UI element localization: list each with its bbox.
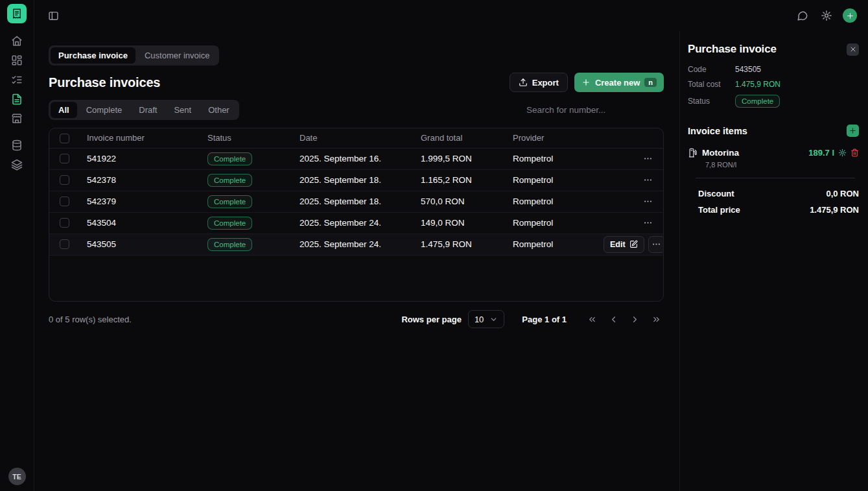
ellipsis-icon (643, 197, 653, 206)
filter-sent[interactable]: Sent (166, 102, 199, 118)
cell-grand-total: 570,0 RON (414, 191, 506, 212)
status-badge: Complete (735, 95, 780, 108)
pager-buttons (584, 311, 664, 327)
table-row[interactable]: 543505 Complete 2025. September 24. 1.47… (49, 234, 663, 255)
previous-page-button[interactable] (605, 311, 621, 327)
invoice-type-tabs: Purchase invoice Customer invoice (49, 45, 219, 66)
field-label-status: Status (688, 97, 735, 106)
field-value-total-cost: 1.475,9 RON (735, 80, 859, 89)
panel-toggle-icon (48, 10, 59, 21)
row-checkbox[interactable] (60, 197, 69, 206)
cell-date: 2025. September 24. (293, 234, 414, 255)
row-checkbox[interactable] (60, 218, 69, 228)
field-label-total-cost: Total cost (688, 80, 735, 89)
discount-label: Discount (698, 189, 734, 198)
search-input[interactable] (526, 105, 664, 115)
row-actions-button[interactable] (648, 236, 663, 253)
sidebar-item-stacks[interactable] (5, 155, 29, 174)
content-area: Purchase invoice Customer invoice Purcha… (34, 0, 868, 491)
cell-date: 2025. September 24. (293, 212, 414, 234)
items-divider (696, 178, 855, 178)
rows-per-page-select[interactable]: 10 (468, 310, 504, 328)
list-checks-icon (11, 74, 23, 86)
last-page-button[interactable] (648, 311, 664, 327)
row-actions-button[interactable] (640, 151, 655, 167)
item-quantity: 189.7 l (808, 148, 834, 158)
filter-complete[interactable]: Complete (78, 102, 130, 118)
item-settings-button[interactable] (838, 149, 847, 157)
next-page-button[interactable] (627, 311, 642, 327)
panel-title: Purchase invoice (688, 43, 777, 56)
tab-purchase-invoice[interactable]: Purchase invoice (51, 47, 135, 64)
pagination-controls: Rows per page 10 Page 1 of 1 (401, 310, 664, 328)
cell-provider: Rompetrol (506, 212, 597, 234)
sidebar-nav (5, 31, 29, 174)
table-row[interactable]: 541922 Complete 2025. September 16. 1.99… (49, 148, 663, 169)
edit-row-button[interactable]: Edit (604, 236, 644, 253)
rows-per-page-value: 10 (475, 315, 484, 324)
field-label-code: Code (688, 65, 735, 74)
row-actions-button[interactable] (640, 173, 655, 188)
column-grand-total: Grand total (414, 128, 506, 148)
first-page-button[interactable] (584, 311, 600, 327)
row-checkbox[interactable] (60, 239, 69, 249)
main-area: Purchase invoice Customer invoice Purcha… (34, 31, 679, 491)
cell-invoice-number: 542378 (80, 169, 201, 191)
select-all-checkbox[interactable] (60, 134, 69, 143)
plus-icon (846, 12, 854, 20)
rows-per-page: Rows per page 10 (401, 310, 504, 328)
table-row[interactable]: 542379 Complete 2025. September 18. 570,… (49, 191, 663, 212)
invoices-table-card: Invoice number Status Date Grand total P… (49, 128, 664, 302)
cell-grand-total: 149,0 RON (414, 212, 506, 234)
tab-customer-invoice[interactable]: Customer invoice (137, 47, 217, 64)
invoice-item: Motorina 189.7 l 7,8 RON/l (688, 148, 859, 169)
row-actions-button[interactable] (640, 194, 655, 210)
row-checkbox[interactable] (60, 175, 69, 185)
close-icon (849, 45, 857, 53)
sidebar-item-database[interactable] (5, 136, 29, 155)
column-actions (597, 128, 663, 148)
sidebar-item-home[interactable] (5, 31, 29, 51)
sidebar-toggle-button[interactable] (45, 8, 61, 23)
create-new-button[interactable]: Create new n (574, 73, 664, 92)
status-badge: Complete (207, 238, 252, 251)
status-filter-tabs: All Complete Draft Sent Other (49, 100, 239, 120)
quick-add-button[interactable] (843, 8, 857, 23)
plus-icon (581, 78, 591, 87)
filter-all[interactable]: All (51, 102, 77, 118)
column-date: Date (293, 128, 414, 148)
app-logo-icon[interactable] (7, 4, 27, 23)
panel-header: Purchase invoice (688, 43, 859, 56)
cell-invoice-number: 541922 (80, 148, 201, 169)
column-invoice-number: Invoice number (80, 128, 201, 148)
column-provider: Provider (506, 128, 597, 148)
settings-button[interactable] (819, 8, 834, 23)
chat-button[interactable] (795, 8, 810, 23)
column-status: Status (201, 128, 293, 148)
app-root: TE Purchase invoice Customer invoice Pur… (0, 0, 868, 491)
filter-draft[interactable]: Draft (131, 102, 165, 118)
cell-date: 2025. September 16. (293, 148, 414, 169)
sidebar-item-tasks[interactable] (5, 70, 29, 90)
row-checkbox[interactable] (60, 154, 69, 163)
table-footer: 0 of 5 row(s) selected. Rows per page 10… (49, 310, 664, 328)
row-actions-button[interactable] (640, 215, 655, 231)
table-row[interactable]: 542378 Complete 2025. September 18. 1.16… (49, 169, 663, 191)
filter-other[interactable]: Other (200, 102, 237, 118)
export-button[interactable]: Export (510, 73, 568, 92)
invoice-items-title: Invoice items (688, 126, 747, 136)
filter-row: All Complete Draft Sent Other (49, 100, 664, 120)
sidebar-item-invoices[interactable] (5, 90, 29, 109)
user-avatar[interactable]: TE (8, 468, 26, 485)
sidebar-item-store[interactable] (5, 109, 29, 128)
sidebar-item-dashboard[interactable] (5, 51, 29, 70)
discount-row: Discount 0,0 RON (688, 189, 859, 198)
item-delete-button[interactable] (850, 149, 859, 157)
table-row[interactable]: 543504 Complete 2025. September 24. 149,… (49, 212, 663, 234)
add-item-button[interactable] (847, 125, 859, 137)
cell-grand-total: 1.475,9 RON (414, 234, 506, 255)
title-row: Purchase invoices Export Create new n (49, 73, 664, 92)
total-price-value: 1.475,9 RON (810, 205, 859, 215)
close-panel-button[interactable] (847, 43, 859, 56)
cell-invoice-number: 543505 (80, 234, 201, 255)
